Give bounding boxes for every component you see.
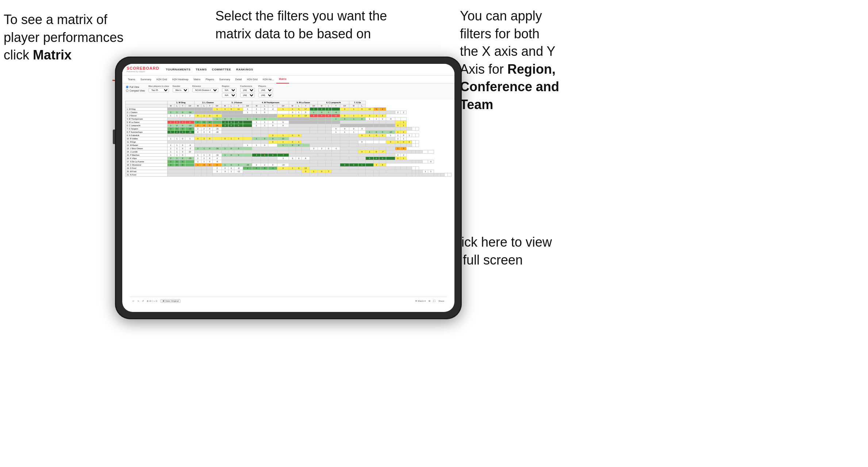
- matrix-cell-empty: [243, 150, 277, 154]
- matrix-cell: -25: [185, 157, 195, 160]
- tab-h2h-grid[interactable]: H2H Grid: [154, 76, 170, 84]
- matrix-cell: 0: [212, 114, 222, 117]
- player-name-cell: 17. S De La Fuente: [126, 160, 168, 163]
- matrix-cell: 1: [174, 144, 180, 147]
- nav-committee[interactable]: COMMITTEE: [212, 68, 231, 71]
- view-original-btn[interactable]: 🖥 View: Original: [160, 299, 181, 303]
- matrix-cell: 0: [261, 111, 268, 114]
- matrix-cell: -3: [185, 147, 195, 150]
- matrix-cell: [422, 150, 428, 154]
- undo-icon[interactable]: ↩: [132, 300, 134, 302]
- players-select-2[interactable]: (All): [258, 93, 273, 97]
- matrix-cell: [412, 127, 416, 131]
- matrix-cell: 4: [212, 157, 222, 160]
- matrix-cell: 2: [201, 127, 207, 131]
- redo-icon[interactable]: ↪: [137, 300, 139, 302]
- zoom-tools[interactable]: ⊕ ⊖ □ + ⊙: [147, 300, 157, 302]
- matrix-cell: 1: [167, 147, 174, 150]
- matrix-cell-empty: [325, 121, 331, 124]
- tab-summary2[interactable]: Summary: [217, 76, 233, 84]
- matrix-cell: 0: [277, 167, 289, 170]
- division-select[interactable]: NCAA Division I: [192, 88, 218, 92]
- matrix-cell: 3: [212, 170, 222, 173]
- tab-matrix-active[interactable]: Matrix: [276, 76, 289, 84]
- matrix-cell-empty: [261, 134, 268, 137]
- matrix-cell-empty: [415, 160, 419, 163]
- matrix-cell: [412, 134, 416, 137]
- grid-icon[interactable]: ⊞: [429, 300, 430, 302]
- matrix-cell: 0: [373, 134, 379, 137]
- matrix-cell-empty: [318, 117, 326, 121]
- compact-view-radio[interactable]: Compact View: [126, 89, 145, 92]
- matrix-cell-empty: [302, 147, 310, 150]
- players-select-1[interactable]: (All): [258, 88, 273, 92]
- nav-tournaments[interactable]: TOURNAMENTS: [166, 68, 191, 71]
- matrix-cell-empty: [325, 131, 331, 134]
- conference-select-2[interactable]: (All): [240, 93, 255, 97]
- matrix-cell: 0: [395, 124, 400, 127]
- matrix-cell-empty: [167, 134, 194, 137]
- matrix-cell-empty: [310, 117, 318, 121]
- matrix-cell: 1: [167, 150, 174, 154]
- tab-h2h-grid2[interactable]: H2H Grid: [244, 76, 260, 84]
- matrix-cell-empty: [379, 147, 386, 150]
- matrix-cell-empty: [268, 160, 277, 163]
- matrix-cell: 11: [234, 108, 243, 111]
- matrix-cell-empty: [195, 167, 201, 170]
- matrix-cell-empty: [419, 150, 423, 154]
- matrix-cell-empty: [302, 134, 331, 137]
- fullscreen-icon[interactable]: ⛶: [433, 300, 435, 302]
- matrix-cell: 3: [277, 157, 289, 160]
- matrix-cell-empty: [366, 170, 373, 173]
- matrix-cell-empty: [222, 114, 252, 117]
- matrix-cell-empty: [261, 140, 268, 144]
- matrix-cell: 1: [174, 147, 180, 150]
- gender-select[interactable]: Men's: [173, 88, 189, 92]
- matrix-cell-empty: [412, 160, 416, 163]
- tab-players[interactable]: Players: [203, 76, 216, 84]
- matrix-cell: 0: [277, 114, 289, 117]
- table-row: 15. P Maichon110110-19100410-722: [126, 154, 452, 157]
- matrix-cell-empty: [277, 131, 310, 134]
- matrix-cell-empty: [373, 124, 379, 127]
- tab-h2h-heatmap[interactable]: H2H Heatmap: [170, 76, 191, 84]
- matrix-cell: 0: [234, 163, 243, 167]
- matrix-cell: -48: [185, 131, 195, 134]
- matrix-cell: 0: [261, 108, 268, 111]
- matrix-cell-empty: [395, 127, 400, 131]
- matrix-cell-empty: [318, 154, 326, 157]
- matrix-cell: 0: [261, 167, 268, 170]
- full-view-radio[interactable]: Full View: [126, 86, 145, 88]
- matrix-cell: 1: [395, 137, 400, 140]
- region-select-1[interactable]: N/A: [222, 88, 237, 92]
- matrix-cell: 1: [331, 131, 340, 134]
- max-players-select[interactable]: Top 25: [149, 88, 169, 92]
- watch-btn[interactable]: 👁 Watch ▾: [415, 300, 426, 302]
- conference-select-1[interactable]: (All): [240, 88, 255, 92]
- refresh-icon[interactable]: ↺: [142, 300, 144, 302]
- matrix-cell-empty: [252, 147, 289, 150]
- nav-rankings[interactable]: RANKINGS: [236, 68, 253, 71]
- tab-h2h-he[interactable]: H2H He...: [260, 76, 277, 84]
- tablet-frame: SCOREBOARD Powered by clippd TOURNAMENTS…: [115, 57, 462, 319]
- matrix-cell-empty: [222, 127, 252, 131]
- matrix-cell: 0: [349, 163, 358, 167]
- tab-teams[interactable]: Teams: [125, 76, 138, 84]
- matrix-cell-empty: [318, 124, 326, 127]
- tab-matrix-left[interactable]: Matrix: [191, 76, 203, 84]
- matrix-cell-empty: [401, 167, 406, 170]
- table-row: 17. S De La Fuente200110-80: [126, 160, 452, 163]
- tab-summary[interactable]: Summary: [138, 76, 154, 84]
- matrix-cell: 3: [222, 124, 228, 127]
- matrix-cell: 1: [261, 124, 268, 127]
- region-select-2[interactable]: N/A: [222, 93, 237, 97]
- nav-teams[interactable]: TEAMS: [196, 68, 207, 71]
- matrix-cell: 0: [207, 127, 212, 131]
- matrix-cell: 0: [207, 163, 212, 167]
- matrix-cell: 0: [180, 160, 185, 163]
- share-btn[interactable]: Share: [438, 300, 444, 302]
- matrix-cell: 0: [207, 160, 212, 163]
- matrix-cell: 0: [289, 111, 296, 114]
- tab-detail[interactable]: Detail: [233, 76, 244, 84]
- matrix-cell-empty: [437, 173, 441, 177]
